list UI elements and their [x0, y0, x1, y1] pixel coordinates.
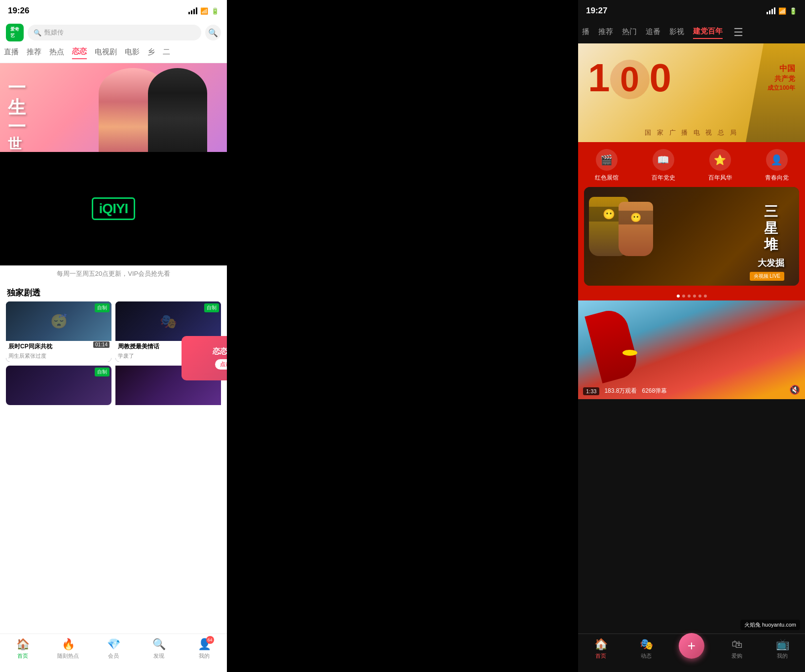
cat-museum-label: 红色展馆 [595, 174, 619, 182]
shop-icon: 🛍 [732, 638, 742, 651]
tab-discover-left[interactable]: 🔍 发现 [136, 638, 182, 660]
watermark: 火焰兔 huoyantu.com [740, 620, 800, 630]
tab-add-right[interactable]: + [669, 638, 714, 659]
cat-history-icon: 📖 [653, 149, 674, 171]
person-male [148, 68, 207, 152]
status-icons-left: 📶 🔋 [188, 7, 219, 15]
tab-misc2[interactable]: 二 [163, 47, 170, 59]
promo-float[interactable]: 恋恋追剧房 点击加入 [182, 336, 227, 380]
search-icon: 🔍 [34, 29, 41, 37]
clips-grid: 😴 自制 01:14 辰时CP同床共枕 周生辰紧张过度 🎭 自制 01:14 周… [0, 301, 227, 409]
dynamic-label: 动态 [641, 652, 652, 660]
dot-1 [677, 295, 680, 298]
time-right: 19:27 [586, 6, 607, 16]
cat-youth[interactable]: 👤 青春向党 [748, 149, 805, 182]
tab-recommend[interactable]: 推荐 [27, 47, 41, 59]
profile-label-right: 我的 [777, 652, 788, 660]
video-duration: 1:33 [583, 387, 599, 395]
status-icons-right: 📶 🔋 [767, 7, 797, 15]
hero-banner-left[interactable]: 一 生 一 世 [0, 63, 227, 152]
profile-label: 我的 [199, 652, 210, 660]
video-overlay-info: 1:33 183.8万观看 6268弹幕 [583, 387, 667, 395]
party-china: 中国 [768, 63, 795, 74]
add-button[interactable]: + [679, 633, 704, 659]
status-bar-right: 19:27 📶 🔋 [578, 0, 805, 22]
tab-party100[interactable]: 建党百年 [693, 27, 723, 39]
nav-tabs-right: 播 推荐 热门 追番 影视 建党百年 ☰ [578, 22, 805, 43]
clip-badge-1: 自制 [95, 303, 110, 312]
slider-card-1[interactable]: 😶 😶 三星堆 大发掘 央视频 LIVE [584, 187, 799, 286]
tab-dynamic-right[interactable]: 🎭 动态 [623, 638, 669, 660]
video-player-left[interactable]: iQIYI [0, 152, 227, 265]
tab-hot[interactable]: 热点 [49, 47, 64, 59]
slider-card-bg: 😶 😶 三星堆 大发掘 央视频 LIVE [584, 187, 799, 286]
home-icon-right: 🏠 [594, 638, 608, 651]
tab-home-right[interactable]: 🏠 首页 [578, 638, 623, 660]
clip-card-1[interactable]: 😴 自制 01:14 辰时CP同床共枕 周生辰紧张过度 [6, 301, 111, 362]
tab-broadcast[interactable]: 播 [582, 27, 589, 38]
profile-icon-wrap: 👤 64 [198, 638, 211, 651]
dynamic-icon: 🎭 [640, 638, 653, 651]
clip-card-4[interactable]: 自制 恋恋追剧房 点击加入 [115, 366, 221, 405]
dot-3 [688, 295, 691, 298]
tab-shop-right[interactable]: 🛍 爱购 [714, 638, 760, 660]
cat-history[interactable]: 📖 百年党史 [635, 149, 692, 182]
cat-youth-label: 青春向党 [765, 174, 789, 182]
tab-live[interactable]: 直播 [4, 47, 19, 59]
card-slider: 😶 😶 三星堆 大发掘 央视频 LIVE [578, 187, 805, 292]
mask-right: 😶 [619, 202, 653, 256]
hamburger-icon[interactable]: ☰ [732, 26, 745, 39]
hero-line3: 一 [8, 117, 26, 137]
tab-recommend-right[interactable]: 推荐 [598, 27, 613, 38]
bottom-tabs-left: 🏠 首页 🔥 随刻热点 💎 会员 🔍 发现 👤 64 我的 [0, 634, 227, 672]
tab-tv[interactable]: 电视剧 [95, 47, 117, 59]
hero-line4: 世 [8, 137, 26, 152]
home-label-right: 首页 [595, 652, 606, 660]
search-input-left[interactable]: 🔍 甄嬛传 [28, 25, 201, 40]
party-decoration [746, 43, 805, 142]
home-icon: 🏠 [16, 638, 30, 651]
clip-subtitle-1: 周生辰紧张过度 [6, 352, 111, 362]
cat-glory[interactable]: ⭐ 百年风华 [692, 149, 748, 182]
nav-tabs-left: 直播 推荐 热点 恋恋 电视剧 电影 乡 二 [0, 43, 227, 63]
party-title-right: 中国 共产党 成立100年 [768, 63, 795, 92]
cat-museum-icon: 🎬 [596, 149, 618, 171]
dot-6 [704, 295, 707, 298]
tab-movie[interactable]: 电影 [125, 47, 140, 59]
cat-history-label: 百年党史 [652, 174, 675, 182]
video-thumb-right[interactable]: 1:33 183.8万观看 6268弹幕 🔇 [578, 300, 805, 399]
tab-vip-left[interactable]: 💎 会员 [91, 638, 136, 660]
left-phone: 19:26 📶 🔋 爱奇艺 🔍 甄嬛传 🔍 直播 推荐 热点 恋恋 [0, 0, 227, 672]
section-header: 独家剧透 [0, 282, 227, 301]
party-name: 共产党 [768, 74, 795, 84]
battery-icon-right: 🔋 [789, 7, 797, 15]
tab-misc1[interactable]: 乡 [147, 47, 155, 59]
signal-icon [188, 7, 197, 14]
dot-4 [693, 295, 696, 298]
tab-following[interactable]: 追番 [646, 27, 660, 38]
tab-profile-left[interactable]: 👤 64 我的 [182, 638, 227, 660]
clip-card-3[interactable]: 自制 [6, 366, 111, 405]
tab-profile-right[interactable]: 📺 我的 [760, 638, 805, 660]
shop-label: 爱购 [732, 652, 742, 660]
cat-museum[interactable]: 🎬 红色展馆 [578, 149, 635, 182]
search-submit-icon[interactable]: 🔍 [205, 25, 221, 40]
tab-trending-left[interactable]: 🔥 随刻热点 [45, 638, 91, 660]
sound-icon[interactable]: 🔇 [789, 384, 800, 395]
tab-romance[interactable]: 恋恋 [72, 47, 87, 59]
promo-button[interactable]: 点击加入 [215, 359, 227, 370]
platform-badge: 央视频 LIVE [750, 272, 784, 281]
tab-popular[interactable]: 热门 [622, 27, 637, 38]
tab-video[interactable]: 影视 [669, 27, 684, 38]
tab-home-left[interactable]: 🏠 首页 [0, 638, 45, 660]
cat-youth-icon: 👤 [766, 149, 788, 171]
category-row: 🎬 红色展馆 📖 百年党史 ⭐ 百年风华 👤 青春向党 [578, 142, 805, 187]
hero-banner-right[interactable]: 100 中国 共产党 成立100年 国 家 广 播 电 视 总 局 [578, 43, 805, 142]
iqiyi-text: iQIYI [92, 197, 136, 220]
battery-icon: 🔋 [211, 7, 219, 15]
dot-5 [698, 295, 701, 298]
slider-title: 三星堆 大发掘 [758, 203, 784, 269]
signal-icon-right [767, 7, 775, 14]
discover-label: 发现 [153, 652, 164, 660]
search-placeholder: 甄嬛传 [44, 28, 64, 37]
